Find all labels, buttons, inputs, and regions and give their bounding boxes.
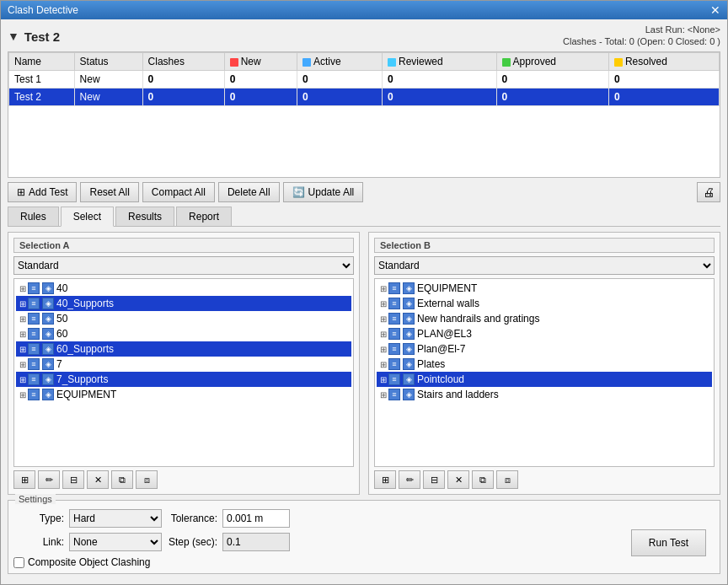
tab-rules[interactable]: Rules	[8, 207, 59, 226]
tab-results[interactable]: Results	[115, 207, 174, 226]
type-select[interactable]: Hard Soft Clearance Duplicates	[69, 509, 162, 528]
tree-item[interactable]: ⊞ ≡ ◈ 7	[16, 357, 351, 372]
tabs-row: RulesSelectResultsReport	[8, 207, 720, 227]
expand-icon: ⊞	[380, 330, 387, 339]
sel-a-copy-btn[interactable]: ⧉	[111, 470, 133, 489]
tree-item[interactable]: ⊞ ≡ ◈ Stairs and ladders	[377, 387, 712, 402]
sel-b-paste-btn[interactable]: ⧈	[496, 470, 518, 489]
add-test-button[interactable]: ⊞ Add Test	[8, 182, 77, 202]
selection-a-tree[interactable]: ⊞ ≡ ◈ 40⊞ ≡ ◈ 40_Supports⊞ ≡ ◈ 50⊞ ≡ ◈ 6…	[13, 278, 354, 467]
tree-item-label: 50	[56, 313, 67, 325]
cell-approved: 0	[496, 71, 608, 89]
layer-icon: ≡	[388, 358, 400, 370]
update-all-button[interactable]: 🔄 Update All	[283, 182, 364, 202]
model-icon: ◈	[42, 389, 54, 400]
tree-item[interactable]: ⊞ ≡ ◈ PLAN@EL3	[377, 326, 712, 341]
settings-label: Settings	[15, 494, 56, 504]
sel-a-remove-btn[interactable]: ⊟	[62, 470, 84, 489]
table-row[interactable]: Test 1New000000	[9, 71, 720, 89]
run-test-container: Run Test	[623, 509, 715, 568]
layer-icon: ≡	[388, 282, 400, 294]
run-test-button[interactable]: Run Test	[631, 529, 706, 556]
sel-a-add-btn[interactable]: ⊞	[13, 470, 35, 489]
export-button[interactable]: 🖨	[697, 182, 720, 202]
col-active: Active	[297, 53, 382, 71]
expand-icon: ⊞	[380, 299, 387, 309]
selection-a-dropdown[interactable]: Standard	[13, 256, 354, 275]
tab-select[interactable]: Select	[61, 207, 114, 227]
section-header: ▼ Test 2 Last Run: <None> Clashes - Tota…	[8, 24, 720, 48]
col-new: New	[224, 53, 297, 71]
cell-reviewed: 0	[383, 71, 497, 89]
selection-b-tree[interactable]: ⊞ ≡ ◈ EQUIPMENT⊞ ≡ ◈ External walls⊞ ≡ ◈…	[374, 278, 715, 467]
layer-icon: ≡	[28, 373, 40, 385]
expand-icon: ⊞	[19, 390, 26, 400]
tree-item-label: New handrails and gratings	[417, 313, 539, 325]
layer-icon: ≡	[28, 328, 40, 340]
col-resolved: Resolved	[608, 53, 719, 71]
sel-a-edit-btn[interactable]: ✏	[38, 470, 60, 489]
delete-all-button[interactable]: Delete All	[218, 182, 280, 202]
layer-icon: ≡	[28, 358, 40, 370]
tree-item[interactable]: ⊞ ≡ ◈ New handrails and gratings	[377, 311, 712, 326]
compact-all-button[interactable]: Compact All	[142, 182, 215, 202]
tree-item[interactable]: ⊞ ≡ ◈ 40	[16, 281, 351, 296]
col-clashes: Clashes	[142, 53, 224, 71]
tree-item-label: EQUIPMENT	[417, 282, 477, 294]
tree-item[interactable]: ⊞ ≡ ◈ 7_Supports	[16, 372, 351, 387]
settings-form: Type: Hard Soft Clearance Duplicates Tol…	[13, 509, 614, 568]
layer-icon: ≡	[388, 328, 400, 340]
last-run-info: Last Run: <None>	[563, 24, 720, 35]
link-select[interactable]: None	[69, 533, 162, 551]
model-icon: ◈	[403, 373, 415, 385]
link-row: Link: None Step (sec):	[13, 533, 614, 551]
col-status: Status	[74, 53, 142, 71]
cell-approved: 0	[496, 89, 608, 106]
col-name: Name	[9, 53, 75, 71]
tree-item-label: EQUIPMENT	[56, 389, 116, 400]
step-input[interactable]	[222, 533, 290, 551]
tree-item[interactable]: ⊞ ≡ ◈ EQUIPMENT	[16, 387, 351, 402]
model-icon: ◈	[403, 313, 415, 325]
sel-b-clear-btn[interactable]: ✕	[447, 470, 469, 489]
tree-item[interactable]: ⊞ ≡ ◈ 40_Supports	[16, 296, 351, 311]
settings-section: Settings Type: Hard Soft Clearance Dupli…	[8, 500, 720, 574]
model-icon: ◈	[42, 282, 54, 294]
selection-b-panel: Selection B Standard ⊞ ≡ ◈ EQUIPMENT⊞ ≡ …	[368, 232, 720, 495]
tree-item[interactable]: ⊞ ≡ ◈ 60_Supports	[16, 341, 351, 357]
close-button[interactable]: ✕	[710, 3, 720, 17]
expand-icon: ⊞	[19, 284, 26, 293]
tolerance-label: Tolerance:	[167, 513, 217, 524]
model-icon: ◈	[42, 373, 54, 385]
sel-b-remove-btn[interactable]: ⊟	[423, 470, 445, 489]
sel-a-paste-btn[interactable]: ⧈	[136, 470, 158, 489]
tree-item[interactable]: ⊞ ≡ ◈ Plates	[377, 357, 712, 372]
sel-b-add-btn[interactable]: ⊞	[374, 470, 396, 489]
expand-icon: ⊞	[19, 314, 26, 324]
composite-checkbox[interactable]	[13, 557, 24, 568]
cell-clashes: 0	[142, 71, 224, 89]
selection-b-dropdown[interactable]: Standard	[374, 256, 715, 275]
sel-b-edit-btn[interactable]: ✏	[399, 470, 420, 489]
sel-a-clear-btn[interactable]: ✕	[87, 470, 109, 489]
collapse-icon[interactable]: ▼	[8, 30, 19, 43]
tree-item[interactable]: ⊞ ≡ ◈ Plan@El-7	[377, 341, 712, 357]
sel-b-copy-btn[interactable]: ⧉	[472, 470, 494, 489]
col-reviewed: Reviewed	[383, 53, 497, 71]
clash-table: Name Status Clashes New Active Reviewed …	[8, 51, 720, 178]
tree-item[interactable]: ⊞ ≡ ◈ EQUIPMENT	[377, 281, 712, 296]
tree-item[interactable]: ⊞ ≡ ◈ 50	[16, 311, 351, 326]
cell-active: 0	[297, 89, 382, 106]
table-row[interactable]: Test 2New000000	[9, 89, 720, 106]
layer-icon: ≡	[28, 389, 40, 400]
cell-new: 0	[224, 71, 297, 89]
selection-a-panel: Selection A Standard ⊞ ≡ ◈ 40⊞ ≡ ◈ 40_Su…	[8, 232, 360, 495]
tree-item[interactable]: ⊞ ≡ ◈ External walls	[377, 296, 712, 311]
tree-item[interactable]: ⊞ ≡ ◈ 60	[16, 326, 351, 341]
tree-item[interactable]: ⊞ ≡ ◈ Pointcloud	[377, 372, 712, 387]
tree-item-label: PLAN@EL3	[417, 328, 472, 340]
tolerance-input[interactable]	[222, 509, 290, 528]
reset-all-button[interactable]: Reset All	[80, 182, 138, 202]
cell-resolved: 0	[608, 89, 719, 106]
tab-report[interactable]: Report	[176, 207, 232, 226]
